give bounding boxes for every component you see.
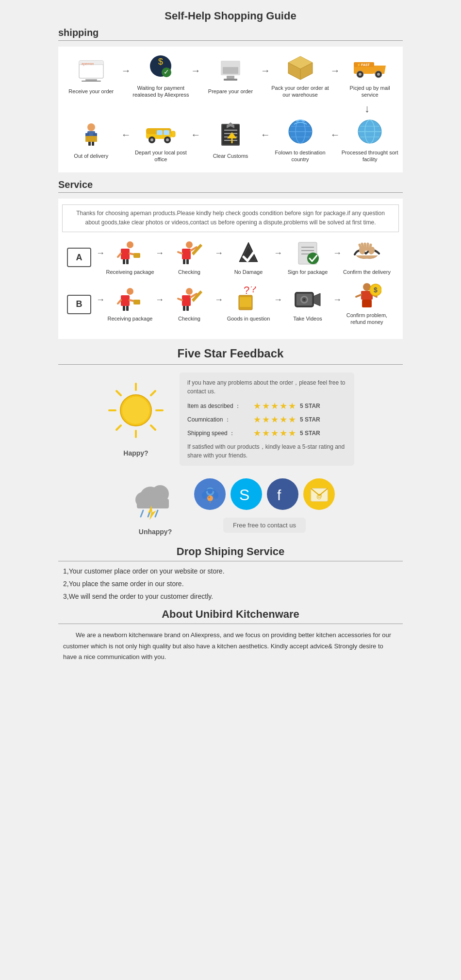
service-description: Thanks for choosing apeman products.Plea… (62, 204, 399, 232)
svg-text:⚡FAST: ⚡FAST (357, 63, 370, 67)
service-confirm-delivery: Confirm the delivery (343, 240, 391, 275)
confirm-refund-icon: $ (352, 283, 381, 310)
feedback-footer: If satisfied with our products，kindly le… (187, 442, 346, 460)
stars-1: ★★★★★ (253, 414, 297, 425)
svg-rect-98 (182, 295, 191, 306)
customs-label: Clear Customs (213, 152, 248, 159)
drop-divider (58, 561, 403, 561)
support-icon[interactable] (194, 478, 226, 510)
followon-icon (283, 117, 317, 146)
drop-item-2: 2,You place the same order in our store. (63, 580, 398, 588)
happy-section: Happy? (107, 381, 165, 457)
contact-icons-row: S f @ (194, 478, 335, 510)
arrow-3: → (261, 65, 270, 86)
svg-point-40 (150, 138, 153, 141)
svg-rect-103 (186, 306, 189, 311)
svg-line-128 (116, 425, 121, 430)
star-label-2: Shipping speed ： (187, 429, 250, 438)
service-receiving-a: Receiveing package (106, 240, 154, 275)
processed-icon (353, 117, 387, 146)
shipping-header: shipping (58, 27, 403, 41)
receiving-b-label: Receiving package (108, 315, 153, 322)
drop-item-3: 3,We will send the order to your custome… (63, 592, 398, 600)
happy-label: Happy? (107, 449, 165, 457)
drop-item-1: 1,Your customer place order on your webs… (63, 567, 398, 575)
svg-point-113 (303, 299, 305, 301)
svg-rect-96 (126, 306, 129, 311)
svg-rect-102 (183, 306, 185, 311)
svg-line-89 (370, 245, 371, 250)
flow-customs: Clear Customs (201, 120, 260, 159)
shipping-row-1: apeman Receive your order → $ ✓ Waiting … (62, 52, 399, 99)
sun-icon (107, 381, 165, 447)
checking-a-label: Checking (178, 269, 200, 275)
no-damage-label: No Damage (234, 269, 263, 275)
svg-rect-134 (137, 499, 169, 508)
flow-payment: $ ✓ Waiting for payment realeased by Ali… (132, 52, 190, 99)
svg-line-116 (356, 295, 361, 297)
star-label-0: Item as described ： (187, 402, 250, 410)
out-delivery-icon (74, 120, 108, 150)
svg-line-125 (116, 391, 121, 395)
email-icon[interactable]: @ (303, 478, 335, 510)
arrow-r3: ← (261, 129, 270, 150)
svg-line-99 (178, 299, 182, 300)
arrow-b3: → (274, 295, 282, 314)
out-delivery-label: Out of delivery (74, 152, 108, 159)
svg-rect-95 (123, 306, 125, 311)
star-row-0: Item as described ： ★★★★★ 5 STAR (187, 401, 346, 411)
stars-2: ★★★★★ (253, 428, 297, 439)
svg-rect-4 (85, 79, 97, 81)
svg-rect-63 (121, 249, 130, 259)
svg-text:@: @ (316, 493, 322, 500)
svg-line-92 (118, 300, 121, 304)
svg-rect-91 (121, 295, 130, 306)
service-row-a: A → Receiveing package → (62, 240, 399, 275)
flow-depart: Depart your local post office (132, 117, 190, 163)
facebook-icon[interactable]: f (267, 478, 298, 510)
goods-question-icon: ? ? (234, 287, 263, 313)
about-text: We are a newborn kitchenware brand on Al… (58, 630, 403, 662)
svg-rect-94 (133, 300, 140, 304)
star-label-1: Coumnication ： (187, 416, 250, 424)
svg-text:f: f (277, 487, 281, 503)
processed-label: Processed throught sort facility (341, 149, 399, 163)
take-videos-label: Take Videos (293, 315, 322, 322)
arrow-2: → (191, 65, 200, 86)
svg-rect-118 (362, 300, 372, 307)
service-receiving-b: Receiving package (106, 287, 154, 322)
customs-icon (214, 120, 247, 150)
confirm-refund-label: Confirm problem, refund money (343, 312, 391, 326)
shipping-row-2: Out of delivery ← Depart your local post… (62, 117, 399, 163)
arrow-a3: → (274, 248, 282, 267)
service-take-videos: Take Videos (283, 287, 332, 322)
svg-rect-70 (182, 249, 191, 259)
flow-prepare: Prepare your order (201, 56, 260, 95)
receiving-a-icon (115, 240, 145, 267)
svg-point-42 (166, 138, 169, 141)
depart-icon (144, 117, 178, 146)
svg-rect-66 (133, 253, 140, 258)
svg-point-26 (377, 73, 380, 76)
svg-line-127 (151, 391, 155, 395)
shipping-flow: apeman Receive your order → $ ✓ Waiting … (58, 47, 403, 172)
skype-icon[interactable]: S (230, 478, 262, 510)
page-title: Self-Help Shopping Guide (58, 10, 403, 22)
svg-line-87 (365, 244, 366, 250)
receiving-a-label: Receiveing package (106, 269, 154, 275)
service-row-b: B → Receiving package → (62, 283, 399, 326)
unhappy-section: Unhappy? (126, 475, 184, 536)
svg-line-135 (141, 510, 143, 517)
svg-point-27 (87, 123, 95, 131)
svg-rect-67 (123, 259, 125, 264)
svg-line-126 (151, 425, 155, 430)
arrow-a2: → (214, 248, 223, 267)
flow-pack: Pack your order order at our warehouse (271, 52, 329, 99)
svg-point-97 (186, 288, 193, 295)
service-checking-a: Checking (165, 240, 214, 275)
checking-b-label: Checking (178, 315, 200, 322)
receive-label: Receive your order (68, 88, 114, 95)
arrow-a4: → (333, 248, 342, 267)
service-sign-package: Sign for package (283, 240, 332, 275)
confirm-delivery-label: Confirm the delivery (343, 269, 391, 275)
